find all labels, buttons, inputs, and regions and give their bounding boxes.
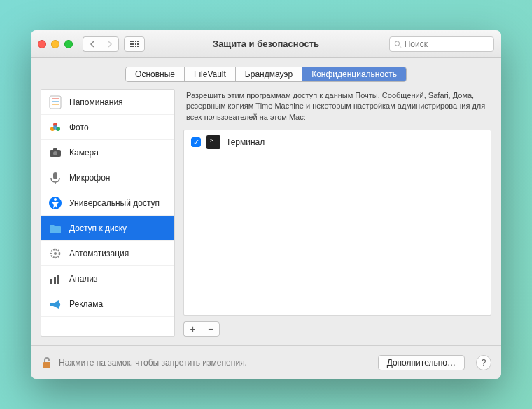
search-field[interactable]	[389, 36, 494, 52]
tab-general[interactable]: Основные	[126, 67, 185, 81]
advanced-button[interactable]: Дополнительно…	[378, 355, 465, 370]
lock-text: Нажмите на замок, чтобы запретить измене…	[59, 358, 247, 368]
sidebar-item-label: Микрофон	[69, 173, 110, 183]
minimize-icon[interactable]	[51, 40, 59, 48]
svg-rect-22	[43, 362, 50, 368]
app-row-terminal[interactable]: Терминал	[184, 130, 491, 154]
sidebar-item-microphone[interactable]: Микрофон	[41, 165, 174, 190]
svg-rect-20	[54, 277, 56, 284]
svg-line-1	[399, 45, 401, 47]
footer: Нажмите на замок, чтобы запретить измене…	[31, 345, 501, 379]
megaphone-icon	[47, 296, 64, 312]
svg-rect-2	[50, 96, 61, 109]
svg-rect-19	[50, 279, 52, 284]
close-icon[interactable]	[38, 40, 46, 48]
tab-filevault[interactable]: FileVault	[185, 67, 236, 81]
privacy-sidebar[interactable]: Напоминания Фото Камера Микрофон Универс…	[41, 89, 175, 337]
back-button[interactable]	[83, 36, 101, 52]
photos-icon	[47, 119, 64, 136]
add-remove-buttons: + −	[183, 321, 491, 337]
svg-rect-21	[57, 275, 59, 284]
tab-privacy[interactable]: Конфиденциальность	[302, 67, 406, 81]
add-button[interactable]: +	[183, 321, 202, 337]
sidebar-item-automation[interactable]: Автоматизация	[41, 241, 174, 266]
camera-icon	[47, 144, 64, 161]
tab-bar: Основные FileVault Брандмауэр Конфиденци…	[31, 58, 501, 89]
sidebar-item-photos[interactable]: Фото	[41, 115, 174, 140]
microphone-icon	[47, 169, 64, 186]
sidebar-item-label: Доступ к диску	[69, 223, 127, 233]
tab-firewall[interactable]: Брандмауэр	[236, 67, 302, 81]
sidebar-item-label: Напоминания	[69, 97, 123, 107]
zoom-icon[interactable]	[64, 40, 73, 48]
nav-buttons	[83, 36, 119, 52]
remove-button[interactable]: −	[202, 321, 220, 337]
sidebar-item-label: Универсальный доступ	[69, 198, 160, 208]
sidebar-item-label: Фото	[69, 123, 89, 132]
sidebar-item-label: Камера	[69, 148, 99, 158]
svg-point-18	[54, 252, 57, 255]
sidebar-item-camera[interactable]: Камера	[41, 140, 174, 165]
reminders-icon	[47, 94, 64, 111]
main-panel: Разрешить этим программам доступ к данны…	[183, 89, 491, 337]
sidebar-item-accessibility[interactable]: Универсальный доступ	[41, 190, 174, 216]
forward-button[interactable]	[101, 36, 119, 52]
content-area: Напоминания Фото Камера Микрофон Универс…	[31, 89, 501, 345]
sidebar-item-label: Реклама	[69, 299, 103, 309]
accessibility-icon	[47, 195, 64, 212]
sidebar-item-label: Анализ	[69, 274, 98, 284]
svg-point-9	[53, 125, 57, 130]
sidebar-item-label: Автоматизация	[69, 249, 129, 258]
titlebar: Защита и безопасность	[31, 30, 501, 58]
segmented-control: Основные FileVault Брандмауэр Конфиденци…	[125, 67, 407, 82]
sidebar-item-advertising[interactable]: Реклама	[41, 291, 174, 317]
description-text: Разрешить этим программам доступ к данны…	[183, 89, 491, 130]
folder-icon	[47, 220, 64, 237]
svg-rect-13	[53, 172, 57, 179]
search-input[interactable]	[405, 39, 489, 49]
app-label: Терминал	[226, 137, 265, 147]
sidebar-item-analytics[interactable]: Анализ	[41, 266, 174, 291]
analytics-icon	[47, 270, 64, 287]
svg-point-0	[395, 41, 399, 45]
lock-icon[interactable]	[41, 356, 53, 370]
svg-rect-12	[53, 148, 57, 151]
terminal-icon	[206, 135, 220, 149]
sidebar-item-reminders[interactable]: Напоминания	[41, 90, 174, 115]
sidebar-item-full-disk-access[interactable]: Доступ к диску	[41, 216, 174, 241]
show-all-button[interactable]	[124, 36, 145, 52]
traffic-lights	[38, 40, 73, 48]
search-icon	[394, 40, 402, 48]
preferences-window: Защита и безопасность Основные FileVault…	[31, 30, 501, 379]
checkbox[interactable]	[191, 137, 201, 147]
svg-point-16	[54, 198, 57, 201]
grid-icon	[130, 41, 139, 47]
gear-icon	[47, 245, 64, 262]
app-list[interactable]: Терминал	[183, 130, 491, 316]
svg-point-11	[53, 151, 57, 155]
help-button[interactable]: ?	[476, 355, 491, 370]
